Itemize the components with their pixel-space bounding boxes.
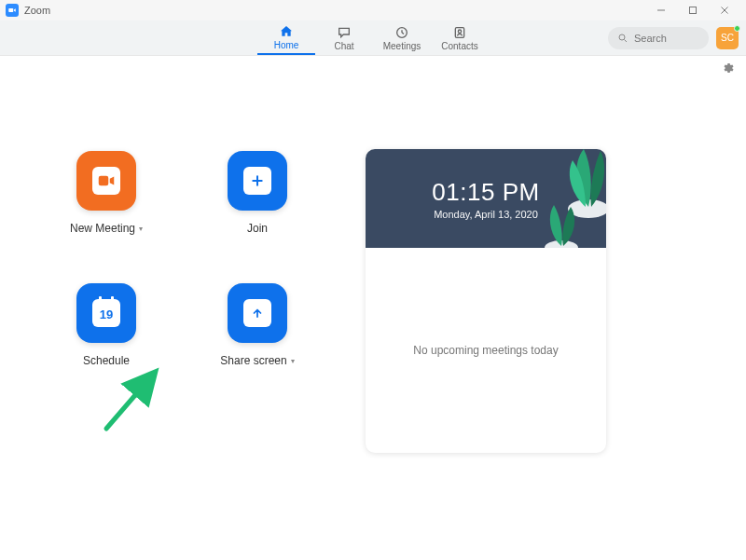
action-grid: New Meeting ▾ Join [11,151,328,453]
svg-line-7 [402,33,404,34]
svg-rect-2 [690,7,697,14]
search-icon [617,33,629,44]
schedule-button[interactable]: 19 Schedule [50,283,162,367]
nav-meetings[interactable]: Meetings [373,20,431,55]
calendar-day: 19 [100,307,113,321]
new-meeting-label: New Meeting [70,222,135,235]
calendar-icon: 19 [92,299,120,327]
join-button[interactable]: Join [201,151,313,235]
svg-point-10 [619,34,625,40]
search-box[interactable] [608,27,709,49]
chevron-down-icon[interactable]: ▾ [291,357,295,365]
new-meeting-button[interactable]: New Meeting ▾ [50,151,162,235]
nav-contacts[interactable]: Contacts [431,20,489,55]
chevron-down-icon[interactable]: ▾ [139,225,143,233]
join-label: Join [247,222,268,235]
meetings-list-empty: No upcoming meetings today [366,248,606,453]
video-icon [92,167,120,195]
nav-meetings-label: Meetings [383,41,421,51]
search-input[interactable] [634,33,699,44]
svg-rect-0 [8,8,13,12]
svg-point-9 [458,30,461,33]
settings-icon[interactable] [722,61,735,75]
nav-chat[interactable]: Chat [315,20,373,55]
arrow-up-icon [243,299,271,327]
minimize-button[interactable] [645,0,677,20]
top-nav: Home Chat Meetings Contacts SC [0,20,746,56]
maximize-button[interactable] [677,0,709,20]
window-title: Zoom [24,5,50,16]
share-screen-label: Share screen [220,354,286,367]
nav-home[interactable]: Home [257,20,315,55]
plant-decoration [533,199,589,248]
meetings-panel: 01:15 PM Monday, April 13, 2020 No upcom… [366,149,606,453]
nav-contacts-label: Contacts [441,41,477,51]
clock-date: Monday, April 13, 2020 [434,209,538,220]
close-button[interactable] [709,0,740,20]
user-avatar[interactable]: SC [716,27,739,49]
empty-message: No upcoming meetings today [413,344,558,357]
nav-home-label: Home [274,40,299,50]
presence-indicator [734,25,740,32]
avatar-initials: SC [721,33,734,43]
plus-icon [243,167,271,195]
titlebar: Zoom [0,0,746,20]
nav-chat-label: Chat [334,41,353,51]
clock-time: 01:15 PM [432,178,539,207]
panel-hero: 01:15 PM Monday, April 13, 2020 [366,149,606,248]
svg-rect-12 [99,176,109,186]
svg-line-11 [625,39,628,42]
share-screen-button[interactable]: Share screen ▾ [201,283,313,367]
main-content: New Meeting ▾ Join [0,78,746,453]
schedule-label: Schedule [83,354,130,367]
app-icon [6,4,19,17]
